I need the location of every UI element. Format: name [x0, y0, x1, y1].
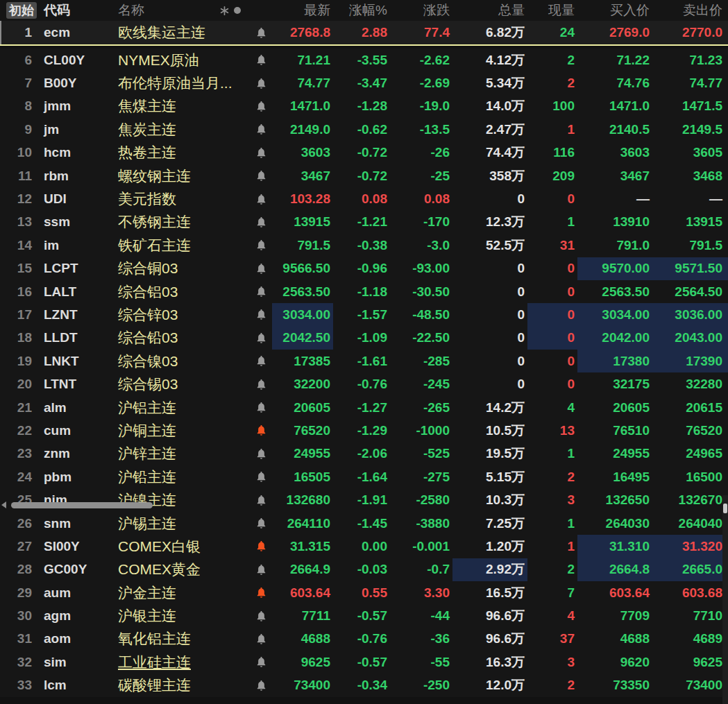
table-row[interactable]: 23znm沪锌主连24955-2.06-52519.5万12495524965	[0, 443, 728, 465]
cell-change-percent: -0.72	[333, 164, 390, 187]
cell-name: 沪铝主连	[111, 396, 250, 419]
column-header-pct[interactable]: 涨幅%	[333, 0, 390, 21]
table-row[interactable]: 16LALT综合铝032563.50-1.18-30.50002563.5025…	[0, 280, 728, 303]
table-row[interactable]: 1ecm欧线集运主连2768.82.8877.46.82万242769.0277…	[0, 21, 728, 46]
cell-bid-price: 20605	[577, 396, 652, 419]
cell-code: alm	[38, 396, 111, 419]
alert-bell-icon[interactable]	[250, 327, 272, 350]
table-row[interactable]: 9jm焦炭主连2149.0-0.62-13.52.47万12140.52149.…	[0, 118, 728, 141]
cell-name: 美元指数	[111, 187, 250, 210]
alert-bell-active-icon[interactable]	[250, 419, 272, 442]
alert-bell-icon[interactable]	[250, 396, 272, 419]
alert-bell-icon[interactable]	[250, 71, 272, 94]
alert-bell-icon[interactable]	[250, 558, 272, 581]
table-row[interactable]: 17LZNT综合锌033034.00-1.57-48.50003034.0030…	[0, 303, 728, 326]
alert-bell-icon[interactable]	[250, 141, 272, 164]
table-row[interactable]: 13ssm不锈钢主连13915-1.21-17012.3万11391013915	[0, 211, 728, 234]
column-header-chg[interactable]: 涨跌	[390, 0, 452, 21]
table-row[interactable]: 28GC00YCOMEX黄金2664.9-0.03-0.72.92万22664.…	[0, 558, 728, 581]
vertical-scrollbar-thumb[interactable]	[723, 504, 727, 513]
cell-name: 综合铝03	[111, 280, 250, 303]
alert-bell-icon[interactable]	[250, 628, 272, 651]
table-row[interactable]: 33lcm碳酸锂主连73400-0.34-25012.0万27335073400	[0, 674, 728, 697]
column-header-initial[interactable]: 初始	[0, 0, 38, 21]
alert-bell-icon[interactable]	[250, 372, 272, 395]
cell-name: 沪银主连	[111, 604, 250, 627]
cell-change: -26	[390, 141, 452, 164]
initial-sort-button[interactable]: 初始	[6, 2, 37, 19]
table-row[interactable]: 14im铁矿石主连791.5-0.38-3.052.5万31791.0791.5	[0, 234, 728, 257]
table-row[interactable]: 32sim工业硅主连9625-0.57-5516.3万396209625	[0, 651, 728, 673]
alert-bell-icon[interactable]	[250, 49, 272, 71]
alert-bell-icon[interactable]	[250, 303, 272, 326]
cell-total-volume: 0	[452, 372, 527, 395]
alert-bell-icon[interactable]	[250, 604, 272, 627]
table-row[interactable]: 18LLDT综合铅032042.50-1.09-22.50002042.0020…	[0, 327, 728, 350]
column-header-vol[interactable]: 总量	[452, 0, 527, 21]
table-row[interactable]: 27SI00YCOMEX白银31.3150.00-0.0011.20万131.3…	[0, 535, 728, 558]
row-number: 6	[0, 49, 38, 71]
table-row[interactable]: 15LCPT综合铜039566.50-0.96-93.00009570.0095…	[0, 257, 728, 280]
cell-ask-price: 71.23	[652, 49, 728, 71]
table-row[interactable]: 30agm沪银主连7711-0.57-4496.6万477097710	[0, 604, 728, 627]
table-row[interactable]: 8jmm焦煤主连1471.0-1.28-19.014.0万1001471.014…	[0, 95, 728, 118]
column-header-curvol[interactable]: 现量	[527, 0, 577, 21]
vertical-scrollbar[interactable]	[722, 495, 728, 704]
alert-bell-icon[interactable]	[250, 21, 272, 44]
circle-icon[interactable]	[233, 6, 242, 15]
horizontal-scrollbar[interactable]	[0, 501, 291, 509]
column-header-latest[interactable]: 最新	[272, 0, 333, 21]
column-header-sell[interactable]: 卖出价	[652, 0, 728, 21]
cell-ask-price: 3605	[652, 141, 728, 164]
alert-bell-icon[interactable]	[250, 465, 272, 488]
alert-bell-icon[interactable]	[250, 95, 272, 118]
alert-bell-icon[interactable]	[250, 350, 272, 372]
cell-change: 0.08	[390, 187, 452, 210]
table-row[interactable]: 26snm沪锡主连264110-1.45-38807.25万1264030264…	[0, 512, 728, 535]
cell-bid-price: 264030	[577, 512, 652, 535]
table-row[interactable]: 11rbm螺纹钢主连3467-0.72-25358万20934673468	[0, 164, 728, 187]
cell-ask-price: 2770.0	[652, 21, 728, 44]
alert-bell-icon[interactable]	[250, 234, 272, 257]
table-row[interactable]: 19LNKT综合镍0317385-1.61-285001738017390	[0, 350, 728, 372]
alert-bell-icon[interactable]	[250, 257, 272, 280]
cell-change-percent: -1.64	[333, 465, 390, 488]
table-row[interactable]: 24pbm沪铅主连16505-1.64-2755.15万21649516500	[0, 465, 728, 488]
cell-change-percent: 2.88	[333, 21, 390, 44]
table-row[interactable]: 6CL00YNYMEX原油71.21-3.55-2.624.12万271.227…	[0, 49, 728, 71]
row-number: 27	[0, 535, 38, 558]
scroll-left-arrow-icon[interactable]	[1, 501, 6, 508]
row-number: 30	[0, 604, 38, 627]
table-row[interactable]: 12UDI美元指数103.280.080.0800——	[0, 187, 728, 210]
horizontal-scrollbar-thumb[interactable]	[11, 502, 153, 508]
table-row[interactable]: 29aum沪金主连603.640.553.3016.5万7603.64603.6…	[0, 581, 728, 604]
table-row[interactable]: 7B00Y布伦特原油当月...74.77-3.47-2.695.34万274.7…	[0, 71, 728, 94]
column-header-buy[interactable]: 买入价	[577, 0, 652, 21]
row-number: 1	[0, 21, 38, 44]
cell-name: 铁矿石主连	[111, 234, 250, 257]
alert-bell-active-icon[interactable]	[250, 535, 272, 558]
cell-ask-price: 1471.5	[652, 95, 728, 118]
alert-bell-icon[interactable]	[250, 512, 272, 535]
cell-change-percent: -1.28	[333, 95, 390, 118]
cell-bid-price: 3467	[577, 164, 652, 187]
column-header-name[interactable]: 名称	[111, 0, 250, 21]
column-header-code[interactable]: 代码	[38, 0, 111, 21]
alert-bell-icon[interactable]	[250, 187, 272, 210]
alert-bell-icon[interactable]	[250, 443, 272, 465]
asterisk-icon[interactable]	[220, 6, 229, 15]
alert-bell-icon[interactable]	[250, 118, 272, 141]
alert-bell-icon[interactable]	[250, 280, 272, 303]
alert-bell-icon[interactable]	[250, 674, 272, 697]
table-row[interactable]: 31aom氧化铝主连4688-0.76-3696.6万3746884689	[0, 628, 728, 651]
cell-ask-price: 791.5	[652, 234, 728, 257]
alert-bell-active-icon[interactable]	[250, 581, 272, 604]
alert-bell-icon[interactable]	[250, 651, 272, 673]
alert-bell-icon[interactable]	[250, 164, 272, 187]
table-row[interactable]: 10hcm热卷主连3603-0.72-2674.4万11636033605	[0, 141, 728, 164]
table-row[interactable]: 21alm沪铝主连20605-1.27-26514.2万42060520615	[0, 396, 728, 419]
alert-bell-icon[interactable]	[250, 211, 272, 234]
table-row[interactable]: 20LTNT综合锡0332200-0.76-245003217532280	[0, 372, 728, 395]
table-row[interactable]: 22cum沪铜主连76520-1.29-100010.5万13765107652…	[0, 419, 728, 442]
cell-change-percent: -0.76	[333, 372, 390, 395]
